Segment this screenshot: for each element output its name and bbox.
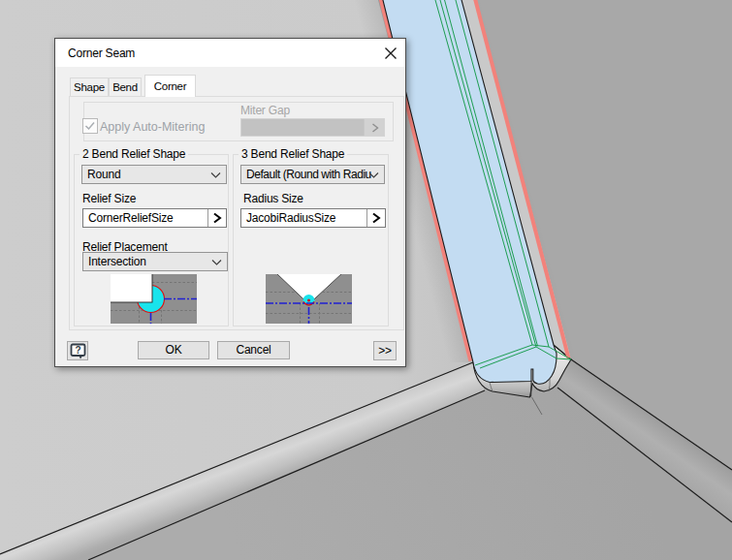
svg-text:?: ? bbox=[76, 345, 81, 356]
